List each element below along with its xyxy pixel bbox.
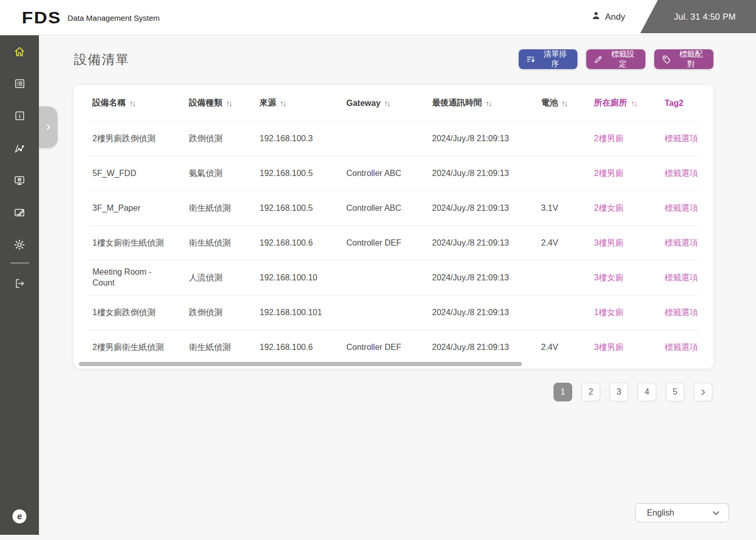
- user-name: Andy: [605, 12, 625, 22]
- cell-type: 氨氣偵測: [185, 164, 255, 183]
- table-row: 1樓女廁跌倒偵測跌倒偵測192.168.100.1012024/Juy./8 2…: [88, 295, 699, 330]
- fds-logo: FDS: [22, 8, 61, 28]
- cell-toilet[interactable]: 3樓男廁: [590, 338, 660, 357]
- language-selected-value: English: [647, 508, 674, 518]
- cell-name: 1樓女廁衛生紙偵測: [88, 234, 185, 253]
- cell-toilet[interactable]: 3樓男廁: [590, 234, 660, 253]
- cell-name: 3F_M_Paper: [88, 199, 185, 218]
- cell-source: 192.168.100.5: [255, 164, 342, 183]
- cell-name: 2樓男廁跌倒偵測: [88, 129, 185, 148]
- user-menu[interactable]: Andy: [591, 10, 625, 23]
- cell-name: 2樓男廁衛生紙偵測: [88, 338, 185, 357]
- cell-name: 5F_W_FDD: [88, 164, 185, 183]
- top-header: FDS Data Management System Andy Jul. 31 …: [0, 0, 756, 35]
- datetime-banner: Jul. 31 4:50 PM: [640, 0, 756, 33]
- cell-gateway: [342, 274, 428, 282]
- cell-toilet[interactable]: 2樓男廁: [590, 164, 660, 183]
- sidebar-item-analytics[interactable]: [0, 132, 39, 164]
- column-label: 電池: [541, 98, 558, 109]
- cell-toilet[interactable]: 2樓男廁: [590, 129, 660, 148]
- sidebar: e: [0, 35, 39, 535]
- cell-toilet[interactable]: 1樓女廁: [590, 303, 660, 322]
- sort-arrows-icon: ↑↓: [129, 99, 135, 107]
- logout-icon: [14, 277, 26, 290]
- table-row: 5F_W_FDD氨氣偵測192.168.100.5Controller ABC2…: [88, 156, 699, 191]
- tag-pairing-button[interactable]: 標籤配對: [654, 49, 713, 69]
- sidebar-brand: e: [0, 509, 39, 523]
- next-page-button[interactable]: [694, 383, 712, 401]
- brand-logo-icon: e: [12, 509, 26, 523]
- home-icon: [13, 45, 26, 58]
- info-icon: [14, 110, 26, 122]
- chevron-right-icon: [699, 388, 707, 396]
- cell-tag2[interactable]: 標籤選項: [660, 303, 699, 322]
- page-button-3[interactable]: 3: [610, 383, 628, 401]
- sidebar-item-settings[interactable]: [0, 228, 39, 261]
- cell-gateway: Controller ABC: [342, 164, 428, 183]
- language-select[interactable]: English: [635, 503, 729, 522]
- column-header-last-comm[interactable]: 最後通訊時間↑↓: [428, 98, 537, 109]
- sidebar-item-info[interactable]: [0, 100, 39, 132]
- sort-arrows-icon: ↑↓: [280, 99, 286, 107]
- table-row: 2樓男廁跌倒偵測跌倒偵測192.168.100.32024/Juy./8 21:…: [88, 121, 699, 156]
- sidebar-item-home[interactable]: [0, 35, 39, 68]
- gear-icon: [13, 238, 26, 251]
- list-sort-button[interactable]: 清單排序: [519, 49, 577, 69]
- column-header-battery[interactable]: 電池↑↓: [537, 98, 590, 109]
- sidebar-item-logout[interactable]: [0, 267, 39, 300]
- table-row: 1樓女廁衛生紙偵測衛生紙偵測192.168.100.6Controller DE…: [88, 225, 699, 260]
- page-button-1[interactable]: 1: [554, 383, 572, 401]
- sidebar-item-monitor[interactable]: [0, 164, 39, 196]
- table-header-row: 設備名稱↑↓設備種類↑↓來源↑↓Gateway↑↓最後通訊時間↑↓電池↑↓所在廁…: [88, 85, 699, 121]
- table-body: 2樓男廁跌倒偵測跌倒偵測192.168.100.32024/Juy./8 21:…: [88, 121, 699, 364]
- monitor-icon: [13, 174, 26, 187]
- page-button-5[interactable]: 5: [666, 383, 684, 401]
- page-button-4[interactable]: 4: [638, 383, 656, 401]
- column-label: 最後通訊時間: [432, 98, 482, 109]
- cell-source: 192.168.100.101: [255, 303, 342, 322]
- column-header-tag2: Tag2: [660, 99, 699, 108]
- cell-tag2[interactable]: 標籤選項: [660, 199, 699, 218]
- cell-last-comm: 2024/Juy./8 21:09:13: [428, 234, 537, 253]
- sort-arrows-icon: ↑↓: [561, 99, 567, 107]
- column-header-name[interactable]: 設備名稱↑↓: [88, 98, 185, 109]
- column-header-source[interactable]: 來源↑↓: [255, 98, 342, 109]
- column-header-type[interactable]: 設備種類↑↓: [185, 98, 255, 109]
- chevron-down-icon: [711, 508, 721, 518]
- chevron-right-icon: [44, 123, 52, 131]
- cell-tag2[interactable]: 標籤選項: [660, 164, 699, 183]
- cell-type: 衛生紙偵測: [185, 338, 255, 357]
- column-header-toilet[interactable]: 所在廁所↑↓: [590, 98, 660, 109]
- column-label: Gateway: [346, 99, 381, 108]
- column-label: 來源: [260, 98, 276, 109]
- sort-arrows-icon: ↑↓: [226, 99, 232, 107]
- sidebar-expand-handle[interactable]: [39, 106, 58, 148]
- cell-battery: [537, 274, 590, 282]
- cell-gateway: Controller DEF: [342, 338, 428, 357]
- column-header-gateway[interactable]: Gateway↑↓: [342, 99, 428, 108]
- cell-battery: 2.4V: [537, 234, 590, 253]
- cell-toilet[interactable]: 2樓女廁: [590, 199, 660, 218]
- column-label: 設備名稱: [92, 98, 126, 109]
- column-label: Tag2: [665, 99, 683, 108]
- cell-toilet[interactable]: 3樓女廁: [590, 268, 660, 288]
- cell-name: Meeting Room - Count: [88, 263, 185, 293]
- pagination: 12345: [554, 383, 712, 401]
- cell-last-comm: 2024/Juy./8 21:09:13: [428, 268, 537, 288]
- page-button-2[interactable]: 2: [582, 383, 600, 401]
- cell-tag2[interactable]: 標籤選項: [660, 268, 699, 288]
- sidebar-item-edit-board[interactable]: [0, 196, 39, 228]
- cell-tag2[interactable]: 標籤選項: [660, 129, 699, 148]
- cell-source: 192.168.100.6: [255, 234, 342, 253]
- column-label: 設備種類: [189, 98, 222, 109]
- app-window: FDS Data Management System Andy Jul. 31 …: [0, 0, 756, 540]
- tag-settings-button[interactable]: 標籤設定: [586, 49, 645, 69]
- sidebar-item-device-list[interactable]: [0, 68, 39, 100]
- cell-tag2[interactable]: 標籤選項: [660, 234, 699, 253]
- line-chart-icon: [13, 142, 26, 155]
- list-sort-label: 清單排序: [540, 49, 570, 69]
- cell-tag2[interactable]: 標籤選項: [660, 338, 699, 357]
- cell-type: 衛生紙偵測: [185, 234, 255, 253]
- horizontal-scrollbar-thumb[interactable]: [79, 362, 522, 366]
- edit-icon: [13, 206, 26, 219]
